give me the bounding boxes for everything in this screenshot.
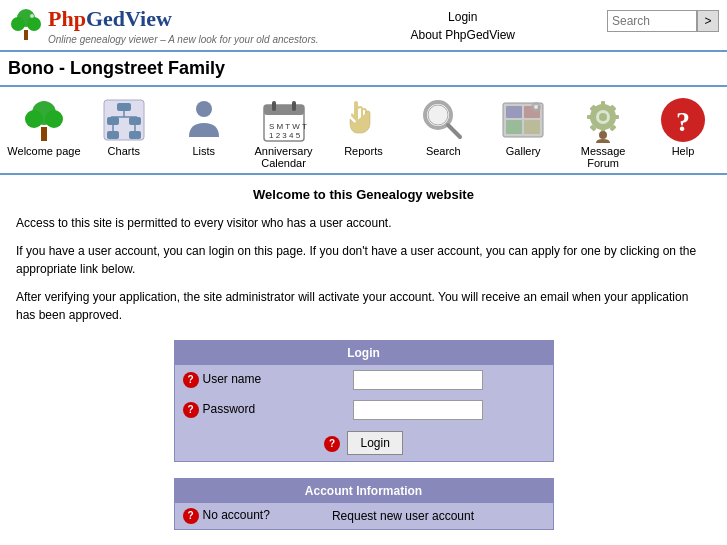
logo-area: PhpGedView Online genealogy viewer – A n… — [8, 6, 319, 45]
username-help-icon[interactable]: ? — [183, 372, 199, 388]
help-icon: ? — [658, 95, 708, 145]
svg-point-47 — [599, 131, 607, 139]
welcome-paragraph-1: Access to this site is permitted to ever… — [16, 214, 711, 232]
help-label: Help — [672, 145, 695, 157]
welcome-paragraph-2: If you have a user account, you can logi… — [16, 242, 711, 278]
gallery-label: Gallery — [506, 145, 541, 157]
svg-point-2 — [27, 17, 41, 31]
forum-icon — [578, 95, 628, 145]
svg-rect-13 — [107, 117, 119, 125]
svg-point-38 — [599, 113, 607, 121]
nav-charts[interactable]: Charts — [86, 95, 162, 157]
nav-search[interactable]: Search — [405, 95, 481, 157]
logo[interactable]: PhpGedView Online genealogy viewer – A n… — [8, 6, 319, 45]
svg-text:1 2 3 4 5: 1 2 3 4 5 — [269, 131, 301, 140]
logo-text: PhpGedView — [48, 6, 172, 31]
request-account-cell: Request new user account — [324, 503, 553, 529]
request-account-link[interactable]: Request new user account — [332, 509, 474, 523]
svg-rect-30 — [506, 106, 522, 118]
charts-label: Charts — [108, 145, 140, 157]
svg-text:S M T W T: S M T W T — [269, 122, 307, 131]
tree-icon — [19, 95, 69, 145]
account-section: Account Information ?No account? Request… — [174, 478, 554, 530]
svg-rect-18 — [129, 131, 141, 139]
nav-forum[interactable]: Message Forum — [565, 95, 641, 169]
password-input[interactable] — [353, 400, 483, 420]
svg-point-6 — [25, 110, 43, 128]
password-input-cell — [345, 395, 553, 425]
svg-point-4 — [30, 14, 34, 18]
username-input[interactable] — [353, 370, 483, 390]
top-nav-links: Login About PhpGedView — [411, 6, 516, 46]
search-input[interactable] — [607, 10, 697, 32]
account-header: Account Information — [175, 479, 553, 503]
logo-tree-icon — [8, 8, 44, 44]
reports-label: Reports — [344, 145, 383, 157]
anniversary-icon: S M T W T 1 2 3 4 5 — [259, 95, 309, 145]
username-row: ?User name — [175, 365, 553, 395]
search-area: > — [607, 10, 719, 32]
lists-label: Lists — [192, 145, 215, 157]
password-help-icon[interactable]: ? — [183, 402, 199, 418]
welcome-heading: Welcome to this Genealogy website — [16, 187, 711, 202]
page-header: PhpGedView Online genealogy viewer – A n… — [0, 0, 727, 50]
username-input-cell — [345, 365, 553, 395]
svg-rect-3 — [24, 30, 28, 40]
login-link[interactable]: Login — [411, 10, 516, 24]
welcome-paragraph-3: After verifying your application, the si… — [16, 288, 711, 324]
search-label: Search — [426, 145, 461, 157]
main-content: Welcome to this Genealogy website Access… — [0, 175, 727, 545]
family-title: Bono - Longstreet Family — [0, 50, 727, 87]
nav-help[interactable]: ? Help — [645, 95, 721, 157]
password-row: ?Password — [175, 395, 553, 425]
nav-welcome-page[interactable]: Welcome page — [6, 95, 82, 157]
search-icon — [418, 95, 468, 145]
no-account-help-icon[interactable]: ? — [183, 508, 199, 524]
svg-rect-41 — [587, 115, 593, 119]
welcome-page-label: Welcome page — [7, 145, 80, 157]
svg-text:?: ? — [676, 106, 690, 137]
reports-icon — [338, 95, 388, 145]
nav-lists[interactable]: Lists — [166, 95, 242, 157]
nav-anniversary[interactable]: S M T W T 1 2 3 4 5 Anniversary Calendar — [246, 95, 322, 169]
svg-point-27 — [428, 105, 448, 125]
svg-rect-21 — [264, 105, 304, 115]
svg-point-35 — [534, 105, 538, 109]
lists-icon — [179, 95, 229, 145]
login-button-help-icon[interactable]: ? — [324, 436, 340, 452]
svg-rect-23 — [292, 101, 296, 111]
nav-gallery[interactable]: Gallery — [485, 95, 561, 157]
logo-tagline: Online genealogy viewer – A new look for… — [48, 34, 319, 45]
login-button[interactable]: Login — [347, 431, 402, 455]
svg-point-7 — [45, 110, 63, 128]
svg-rect-33 — [524, 120, 540, 134]
svg-rect-8 — [41, 127, 47, 141]
nav-reports[interactable]: Reports — [325, 95, 401, 157]
svg-rect-17 — [107, 131, 119, 139]
gallery-icon — [498, 95, 548, 145]
no-account-label-cell: ?No account? — [175, 503, 324, 529]
svg-point-19 — [196, 101, 212, 117]
svg-rect-14 — [129, 117, 141, 125]
account-table: ?No account? Request new user account — [175, 503, 553, 529]
username-label: ?User name — [175, 365, 345, 395]
about-link[interactable]: About PhpGedView — [411, 28, 516, 42]
svg-line-28 — [448, 125, 460, 137]
login-header: Login — [175, 341, 553, 365]
anniversary-label: Anniversary Calendar — [255, 145, 313, 169]
svg-rect-32 — [506, 120, 522, 134]
login-table: ?User name ?Password ? Login — [175, 365, 553, 461]
nav-icons-bar: Welcome page Charts Lists — [0, 87, 727, 175]
svg-rect-42 — [613, 115, 619, 119]
login-button-row-tr: ? Login — [175, 425, 553, 461]
password-label: ?Password — [175, 395, 345, 425]
login-section: Login ?User name ?Password — [174, 340, 554, 462]
svg-rect-39 — [601, 101, 605, 107]
svg-rect-22 — [272, 101, 276, 111]
search-button[interactable]: > — [697, 10, 719, 32]
no-account-row: ?No account? Request new user account — [175, 503, 553, 529]
forum-label: Message Forum — [565, 145, 641, 169]
svg-point-1 — [11, 17, 25, 31]
charts-icon — [99, 95, 149, 145]
svg-rect-10 — [117, 103, 131, 111]
